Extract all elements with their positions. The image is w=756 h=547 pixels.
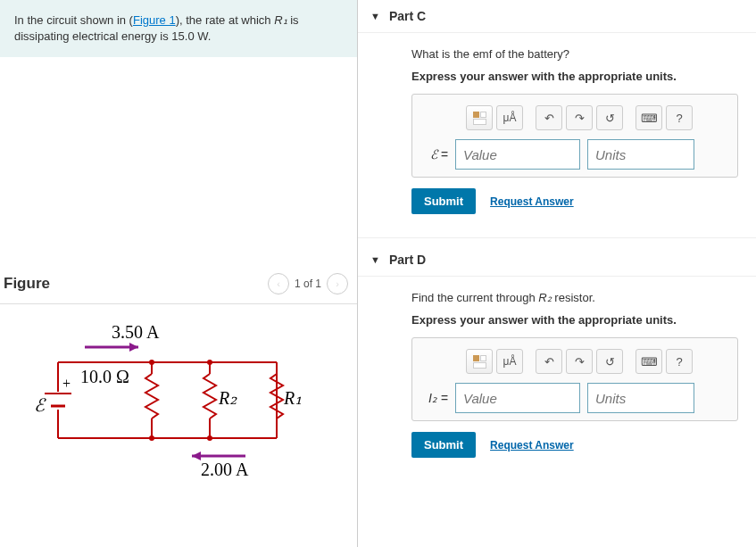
problem-var: R₁ <box>274 13 287 27</box>
part-c-submit-button[interactable]: Submit <box>411 188 476 214</box>
figure-prev-button[interactable]: ‹ <box>268 273 289 294</box>
part-d-request-answer-link[interactable]: Request Answer <box>490 439 574 452</box>
help-button[interactable]: ? <box>666 105 693 130</box>
templates-button[interactable] <box>466 105 493 130</box>
part-d-header[interactable]: ▼ Part D <box>358 244 756 277</box>
figure-area: 3.50 A + ℰ 10.0 Ω <box>0 304 357 503</box>
keyboard-button[interactable]: ⌨ <box>636 349 662 374</box>
part-d-var-label: I₂ = <box>421 391 448 405</box>
redo-button[interactable]: ↷ <box>566 349 593 374</box>
part-c-header[interactable]: ▼ Part C <box>358 0 756 33</box>
svg-point-17 <box>149 435 154 441</box>
part-c-units-input[interactable] <box>587 139 694 170</box>
part-c-value-input[interactable] <box>455 139 580 170</box>
reset-button[interactable]: ↺ <box>596 105 623 130</box>
svg-marker-1 <box>129 343 138 352</box>
part-d-units-input[interactable] <box>587 383 694 413</box>
part-d-question: Find the current through R₂ resistor. <box>411 291 738 304</box>
part-d-answer-box: μÅ ↶ ↷ ↺ ⌨ ? I₂ = <box>411 337 738 421</box>
help-button[interactable]: ? <box>666 349 693 374</box>
part-c-var-label: ℰ = <box>421 147 448 162</box>
svg-marker-20 <box>192 452 201 460</box>
part-c-title: Part C <box>389 9 426 23</box>
undo-button[interactable]: ↶ <box>536 349 562 374</box>
redo-button[interactable]: ↷ <box>566 105 593 130</box>
battery-plus: + <box>62 376 71 391</box>
svg-point-16 <box>207 360 212 365</box>
figure-next-button[interactable]: › <box>327 273 348 294</box>
part-d-instruction: Express your answer with the appropriate… <box>411 313 738 327</box>
part-c-body: What is the emf of the battery? Express … <box>358 33 756 232</box>
problem-statement: In the circuit shown in (Figure 1), the … <box>0 0 357 57</box>
problem-text-1: In the circuit shown in ( <box>14 13 133 27</box>
part-d-submit-button[interactable]: Submit <box>411 432 476 458</box>
templates-icon <box>473 355 486 369</box>
part-d-body: Find the current through R₂ resistor. Ex… <box>358 277 756 476</box>
templates-button[interactable] <box>466 349 493 374</box>
undo-button[interactable]: ↶ <box>536 105 562 130</box>
part-d-value-input[interactable] <box>455 383 580 413</box>
svg-point-18 <box>207 435 212 441</box>
figure-pager: ‹ 1 of 1 › <box>268 273 348 294</box>
part-c-toolbar: μÅ ↶ ↷ ↺ ⌨ ? <box>421 102 728 139</box>
units-button[interactable]: μÅ <box>496 105 523 130</box>
part-c-instruction: Express your answer with the appropriate… <box>411 70 738 83</box>
r1-label: R₁ <box>283 388 302 408</box>
figure-title: Figure <box>0 275 50 293</box>
r2-label: R₂ <box>218 388 237 408</box>
keyboard-button[interactable]: ⌨ <box>636 105 662 130</box>
collapse-icon: ▼ <box>370 11 380 21</box>
figure-page-indicator: 1 of 1 <box>295 278 321 290</box>
part-c-answer-box: μÅ ↶ ↷ ↺ ⌨ ? ℰ = <box>411 94 738 178</box>
problem-text-2: ), the rate at which <box>176 13 275 27</box>
part-d-title: Part D <box>389 253 426 267</box>
collapse-icon: ▼ <box>370 254 380 265</box>
emf-label: ℰ <box>34 395 46 415</box>
svg-point-15 <box>149 360 154 365</box>
part-c-request-answer-link[interactable]: Request Answer <box>490 195 574 208</box>
units-button[interactable]: μÅ <box>496 349 523 374</box>
part-d-toolbar: μÅ ↶ ↷ ↺ ⌨ ? <box>421 345 728 383</box>
part-c-question: What is the emf of the battery? <box>411 47 738 61</box>
figure-link[interactable]: Figure 1 <box>133 13 176 27</box>
current-bottom-label: 2.00 A <box>201 460 249 479</box>
reset-button[interactable]: ↺ <box>596 349 623 374</box>
circuit-diagram: 3.50 A + ℰ 10.0 Ω <box>9 322 303 483</box>
r-series-label: 10.0 Ω <box>80 367 129 386</box>
templates-icon <box>473 112 486 125</box>
current-top-label: 3.50 A <box>112 322 160 342</box>
figure-header: Figure ‹ 1 of 1 › <box>0 262 357 304</box>
